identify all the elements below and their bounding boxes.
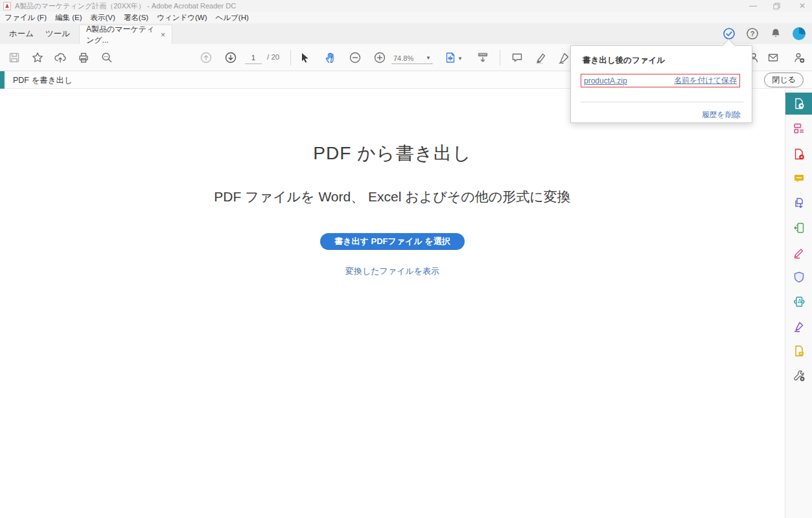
next-page-icon[interactable]	[224, 51, 237, 64]
find-search-icon[interactable]	[100, 51, 113, 64]
sidebar-item-comment[interactable]	[785, 168, 812, 190]
window-title: A製品のマーケティング計画（20XX年） - Adobe Acrobat Rea…	[15, 1, 236, 11]
send-email-icon[interactable]	[767, 51, 780, 64]
zoom-in-icon[interactable]	[373, 51, 386, 64]
sidebar-item-combine-files[interactable]	[785, 192, 812, 214]
document-comment-icon	[793, 344, 806, 357]
sidebar-item-organize-pages[interactable]	[785, 117, 812, 139]
zoom-level-value: 74.8%	[393, 54, 413, 62]
page-subtitle: PDF ファイルを Word、 Excel およびその他の形式に変換	[0, 188, 785, 206]
tabbar-right-icons: ?	[723, 23, 812, 44]
page-display-icon[interactable]	[476, 51, 489, 64]
tasks-check-icon[interactable]	[723, 27, 736, 40]
tab-bar: ホーム ツール A製品のマーケティング... × ?	[0, 23, 812, 44]
page-number-input[interactable]: 1	[245, 52, 262, 64]
exported-file-link[interactable]: productA.zip	[584, 76, 627, 85]
tools-sidebar	[785, 89, 812, 518]
more-tools-wrench-icon	[793, 369, 806, 382]
hand-tool-icon[interactable]	[324, 51, 337, 64]
sign-pen-icon[interactable]	[557, 51, 570, 64]
toolbar-divider	[500, 50, 500, 65]
protect-shield-icon	[793, 271, 806, 284]
create-pdf-icon	[793, 148, 806, 161]
exported-files-popup: 書き出し後のファイル productA.zip 名前を付けて保存 履歴を削除	[570, 45, 752, 123]
fill-sign-invite-icon[interactable]	[793, 51, 806, 64]
menu-window[interactable]: ウィンドウ(W)	[157, 13, 207, 23]
export-pdf-panel: PDF から書き出し PDF ファイルを Word、 Excel およびその他の…	[0, 89, 785, 518]
sidebar-item-fill-sign[interactable]	[785, 242, 812, 264]
select-tool-icon[interactable]	[298, 51, 311, 64]
fit-page-chevron-icon[interactable]: ▼	[458, 56, 463, 62]
sidebar-item-send-comments[interactable]	[785, 340, 812, 362]
page-title: PDF から書き出し	[0, 141, 785, 166]
close-tool-button[interactable]: 閉じる	[764, 73, 804, 87]
exported-file-row: productA.zip 名前を付けて保存	[581, 74, 740, 87]
notifications-bell-icon[interactable]	[769, 27, 782, 40]
zoom-out-icon[interactable]	[349, 51, 362, 64]
fill-sign-icon	[793, 246, 806, 259]
combine-files-icon	[793, 197, 806, 210]
tool-accent-mark	[0, 71, 5, 89]
previous-page-icon[interactable]	[200, 51, 213, 64]
popup-divider	[581, 102, 743, 102]
acrobat-app-icon	[3, 2, 11, 10]
tab-tools[interactable]: ツール	[38, 23, 78, 44]
chevron-down-icon: ▼	[426, 55, 431, 61]
comment-tool-icon	[793, 172, 806, 185]
popup-title: 書き出し後のファイル	[583, 55, 665, 66]
cloud-upload-icon[interactable]	[54, 51, 67, 64]
menu-edit[interactable]: 編集 (E)	[55, 13, 82, 23]
tab-document[interactable]: A製品のマーケティング... ×	[79, 25, 172, 44]
view-converted-files-link[interactable]: 変換したファイルを表示	[0, 265, 785, 277]
title-bar: A製品のマーケティング計画（20XX年） - Adobe Acrobat Rea…	[0, 0, 812, 12]
save-icon[interactable]	[8, 51, 21, 64]
fit-page-icon[interactable]	[444, 51, 457, 64]
star-favorites-icon[interactable]	[31, 51, 44, 64]
page-total-label: / 20	[267, 53, 279, 61]
print-icon[interactable]	[77, 51, 90, 64]
window-controls: — ✕	[748, 0, 807, 12]
sidebar-item-more-tools[interactable]	[785, 365, 812, 387]
scan-ocr-icon	[793, 221, 806, 234]
help-question-icon[interactable]: ?	[746, 27, 759, 40]
zoom-level-dropdown[interactable]: 74.8% ▼	[391, 52, 433, 64]
menu-view[interactable]: 表示(V)	[91, 13, 115, 23]
compress-pdf-icon	[793, 295, 806, 308]
menu-sign[interactable]: 署名(S)	[124, 13, 148, 23]
certificates-pen-icon	[793, 320, 806, 333]
tab-document-label: A製品のマーケティング...	[86, 24, 156, 46]
tab-close-icon[interactable]: ×	[161, 30, 165, 39]
sidebar-item-scan-ocr[interactable]	[785, 217, 812, 239]
clear-history-link[interactable]: 履歴を削除	[702, 109, 741, 120]
export-tool-title: PDF を書き出し	[13, 75, 73, 86]
user-avatar[interactable]	[793, 27, 806, 40]
minimize-icon[interactable]: —	[748, 0, 758, 12]
save-as-link[interactable]: 名前を付けて保存	[674, 75, 737, 86]
menu-help[interactable]: ヘルプ(H)	[216, 13, 249, 23]
organize-pages-icon	[793, 122, 806, 135]
acrobat-reader-window: { "window": { "title": "A製品のマーケティング計画（20…	[0, 0, 812, 518]
sidebar-item-create-pdf[interactable]	[785, 143, 812, 165]
highlight-icon[interactable]	[535, 51, 548, 64]
restore-icon[interactable]	[773, 3, 782, 10]
tab-home[interactable]: ホーム	[1, 23, 41, 44]
toolbar-divider	[290, 50, 291, 65]
sidebar-item-certificates[interactable]	[785, 315, 812, 337]
sidebar-item-compress-pdf[interactable]	[785, 291, 812, 313]
menu-file[interactable]: ファイル (F)	[5, 13, 47, 23]
select-pdf-button[interactable]: 書き出す PDFファイル を選択	[320, 233, 464, 250]
export-pdf-icon	[793, 97, 806, 110]
comment-icon[interactable]	[511, 51, 524, 64]
close-icon[interactable]: ✕	[798, 0, 807, 12]
svg-text:?: ?	[750, 30, 755, 38]
sidebar-item-protect[interactable]	[785, 266, 812, 288]
menu-bar: ファイル (F) 編集 (E) 表示(V) 署名(S) ウィンドウ(W) ヘルプ…	[0, 12, 812, 23]
sidebar-item-export-pdf[interactable]	[785, 93, 812, 115]
